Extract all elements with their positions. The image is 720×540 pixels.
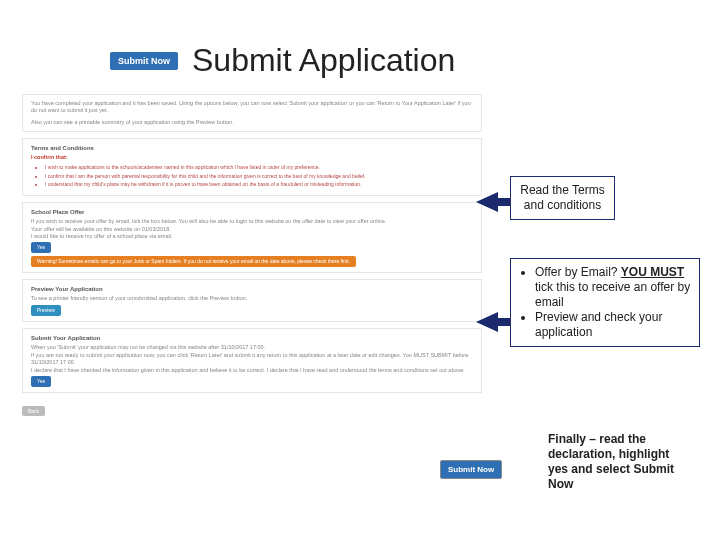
arrow-left-icon	[476, 192, 498, 212]
intro-line: You have completed your application and …	[31, 100, 473, 115]
panel-heading: School Place Offer	[31, 208, 473, 216]
offer-panel: School Place Offer If you wish to receiv…	[22, 202, 482, 273]
submit-line: I declare that I have checked the inform…	[31, 367, 473, 374]
panel-heading: Preview Your Application	[31, 285, 473, 293]
terms-item: I wish to make applications to the schoo…	[45, 164, 473, 171]
preview-button[interactable]: Preview	[31, 305, 61, 316]
terms-item: I confirm that I am the person with pare…	[45, 173, 473, 180]
callout-text: Finally – read the declaration, highligh…	[548, 432, 674, 491]
intro-line: Also you can see a printable summary of …	[31, 119, 473, 126]
callout-text: tick this to receive an offer by email	[535, 280, 690, 309]
back-button[interactable]: Back	[22, 406, 45, 416]
submit-now-button[interactable]: Submit Now	[440, 460, 502, 479]
submit-line: If you are not ready to submit your appl…	[31, 352, 473, 367]
panel-heading: Submit Your Application	[31, 334, 473, 342]
offer-line: If you wish to receive your offer by ema…	[31, 218, 473, 225]
callout-final: Finally – read the declaration, highligh…	[540, 426, 700, 498]
offer-line: Your offer will be available on this web…	[31, 226, 473, 233]
emphasis-you-must: YOU MUST	[621, 265, 684, 279]
callout-terms: Read the Terms and conditions	[510, 176, 615, 220]
warning-badge: Warning! Sometimes emails can go to your…	[31, 256, 356, 267]
submit-now-button-thumb: Submit Now	[110, 52, 178, 70]
panel-heading: Terms and Conditions	[31, 144, 473, 152]
page-title: Submit Application	[192, 42, 455, 79]
callout-offer-preview: Offer by Email? YOU MUST tick this to re…	[510, 258, 700, 347]
callout-text: Read the Terms and conditions	[520, 183, 605, 212]
intro-panel: You have completed your application and …	[22, 94, 482, 132]
submit-panel: Submit Your Application When you 'Submit…	[22, 328, 482, 393]
title-row: Submit Now Submit Application	[110, 42, 455, 79]
preview-line: To see a printer friendly version of you…	[31, 295, 473, 302]
terms-item: I understand that my child's place may b…	[45, 181, 473, 188]
callout-bullet: Offer by Email? YOU MUST tick this to re…	[535, 265, 691, 310]
submit-line: When you 'Submit' your application may n…	[31, 344, 473, 351]
callout-text: Offer by Email?	[535, 265, 621, 279]
declare-toggle[interactable]: Yes	[31, 376, 51, 387]
preview-panel: Preview Your Application To see a printe…	[22, 279, 482, 322]
terms-list: I wish to make applications to the schoo…	[31, 164, 473, 188]
confirm-label: I confirm that:	[31, 154, 473, 161]
arrow-left-icon	[476, 312, 498, 332]
application-screenshot: You have completed your application and …	[22, 94, 482, 417]
terms-panel: Terms and Conditions I confirm that: I w…	[22, 138, 482, 196]
email-offer-toggle[interactable]: Yes	[31, 242, 51, 253]
offer-line: I would like to receive my offer of a sc…	[31, 233, 473, 240]
callout-bullet: Preview and check your application	[535, 310, 691, 340]
